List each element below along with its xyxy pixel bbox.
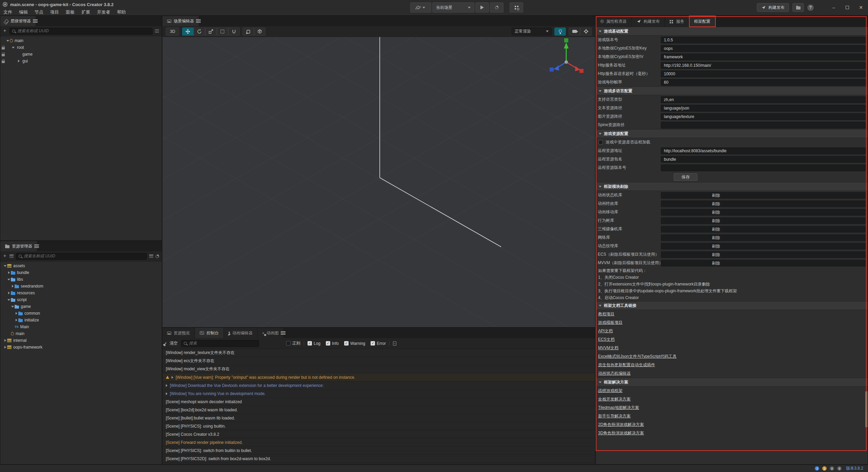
play-button[interactable] (475, 2, 489, 13)
log-row[interactable]: [Window] You are running Vue in developm… (162, 390, 595, 398)
log-row[interactable]: [Scene] [PHYSICS2D]: switch from box2d-w… (162, 455, 595, 463)
filter-warning[interactable]: ✓Warning (344, 341, 365, 346)
asset-item[interactable]: TSMain (0, 323, 162, 330)
chevron-down-icon[interactable] (6, 40, 9, 42)
expander[interactable] (7, 271, 11, 274)
reload-button[interactable] (490, 2, 504, 13)
section-header[interactable]: 框架文档工具链接 (596, 301, 868, 310)
asset-item[interactable]: oops-framework (0, 344, 162, 351)
chevron-right-icon[interactable] (18, 60, 20, 62)
doc-link[interactable]: API文档 (598, 328, 613, 334)
menu-item[interactable]: 开发者 (94, 9, 114, 15)
status-badge[interactable]: 0 (837, 466, 842, 471)
chevron-down-icon[interactable] (11, 306, 14, 308)
doc-link[interactable]: 教程项目 (598, 311, 614, 317)
log-row[interactable]: [Scene] [box2d]:box2d wasm lib loaded. (162, 406, 595, 414)
log-row[interactable]: [Scene] Cocos Creator v3.8.2 (162, 430, 595, 438)
log-row[interactable]: [Scene] meshopt wasm decoder initialized (162, 398, 595, 406)
toggle-3d-button[interactable]: 3D (166, 27, 179, 36)
log-row[interactable]: [Window] ecs文件夹不存在 (162, 357, 595, 365)
filter-info[interactable]: ✓Info (326, 341, 339, 346)
chevron-right-icon[interactable] (4, 346, 6, 349)
doc-link[interactable]: 全栈开发解决方案 (598, 396, 631, 402)
chevron-down-icon[interactable] (7, 299, 10, 301)
doc-link[interactable]: 游戏模板项目 (598, 320, 623, 326)
asset-item[interactable]: internal (0, 337, 162, 344)
chevron-right-icon[interactable] (166, 384, 167, 387)
asset-item[interactable]: bundle (0, 269, 162, 276)
tab-服务[interactable]: 服务 (665, 16, 689, 27)
field-input[interactable]: 1.0.5 (661, 37, 866, 43)
panel-menu-icon[interactable] (196, 19, 201, 23)
asset-item[interactable]: common (0, 310, 162, 317)
assets-search-input[interactable]: 搜索名称或 UUID (16, 253, 147, 260)
log-row[interactable]: [Scene] [PHYSICS]: switch from builtin t… (162, 447, 595, 455)
remove-button[interactable]: 剔除 (712, 251, 720, 258)
chevron-down-icon[interactable] (599, 31, 601, 32)
help-button[interactable]: ? (807, 4, 814, 11)
tab-控制台[interactable]: 控制台 (195, 328, 224, 338)
status-badge[interactable]: 1 (822, 466, 827, 471)
doc-link[interactable]: ECS文档 (598, 337, 615, 342)
remove-button[interactable]: 剔除 (712, 234, 720, 241)
chevron-down-icon[interactable] (599, 305, 601, 307)
asset-item[interactable]: initialize (0, 317, 162, 323)
tab-hierarchy[interactable]: 层级管理器 (0, 16, 36, 26)
build-publish-button[interactable]: 构建发布 (757, 3, 789, 12)
chevron-down-icon[interactable] (12, 47, 15, 48)
field-input[interactable]: bundle (661, 156, 866, 163)
preview-platform-button[interactable] (410, 2, 431, 13)
open-project-folder-button[interactable] (792, 3, 804, 12)
filter-log[interactable]: ✓Log (308, 341, 320, 346)
filter-icon[interactable] (155, 29, 159, 33)
doc-link[interactable]: MVVM文档 (598, 345, 618, 351)
panel-menu-icon[interactable] (34, 244, 39, 248)
hierarchy-node[interactable]: gui (0, 58, 162, 64)
tab-scene-editor[interactable]: 场景编辑器 (162, 16, 199, 26)
field-input[interactable]: zh,en (661, 96, 866, 103)
move-tool-button[interactable] (182, 27, 194, 36)
save-button[interactable]: 保存 (674, 173, 697, 181)
doc-link[interactable]: Tiledmap地图解决方案 (598, 405, 639, 411)
tab-构建发布[interactable]: 构建发布 (632, 16, 665, 27)
remove-button[interactable]: 剔除 (712, 226, 720, 233)
menu-item[interactable]: 文件 (0, 9, 16, 15)
scrollbar-thumb[interactable] (865, 391, 867, 428)
lighting-toggle-button[interactable] (554, 27, 566, 36)
remove-button[interactable]: 剔除 (712, 200, 720, 207)
chevron-right-icon[interactable] (16, 319, 17, 321)
ui-transform-tool-button[interactable] (228, 27, 240, 36)
asset-item[interactable]: libs (0, 276, 162, 283)
remove-button[interactable]: 剔除 (712, 192, 720, 199)
expander[interactable] (3, 346, 7, 349)
hierarchy-node[interactable]: game (0, 51, 162, 58)
chevron-down-icon[interactable] (599, 133, 601, 135)
scale-tool-button[interactable] (205, 27, 217, 36)
menu-item[interactable]: 扩展 (78, 9, 94, 15)
render-mode-select[interactable]: 正常渲染 (512, 28, 552, 35)
chevron-right-icon[interactable] (8, 271, 10, 274)
section-header[interactable]: 框架解决方案 (596, 378, 868, 387)
refresh-icon[interactable] (156, 255, 159, 258)
field-input[interactable]: 60 (661, 79, 866, 86)
panel-menu-icon[interactable] (281, 331, 285, 335)
field-input[interactable]: 10000 (661, 71, 866, 77)
clear-console-button[interactable]: 清空 (165, 340, 178, 346)
expander[interactable] (3, 265, 7, 267)
asset-item[interactable]: seedrandom (0, 283, 162, 290)
field-input[interactable]: http://192.168.0.150/main/ (661, 62, 866, 69)
field-input[interactable]: oops (661, 45, 866, 52)
tab-动画编辑器[interactable]: 动画编辑器 (224, 328, 258, 338)
scene-select[interactable]: 当前场景 (432, 2, 474, 13)
scene-viewport[interactable] (162, 37, 595, 327)
expander[interactable] (11, 306, 15, 308)
chevron-right-icon[interactable] (166, 392, 167, 395)
field-input[interactable]: language/json (661, 105, 866, 112)
expander[interactable] (11, 285, 15, 288)
sort-icon[interactable] (9, 255, 14, 258)
status-badge[interactable]: 0 (830, 466, 834, 471)
doc-link[interactable]: 动画状态机编辑器 (598, 371, 631, 376)
filter-icon[interactable] (149, 255, 153, 258)
preview-qr-button[interactable] (510, 2, 523, 13)
coordinate-toggle-button[interactable] (254, 27, 265, 36)
